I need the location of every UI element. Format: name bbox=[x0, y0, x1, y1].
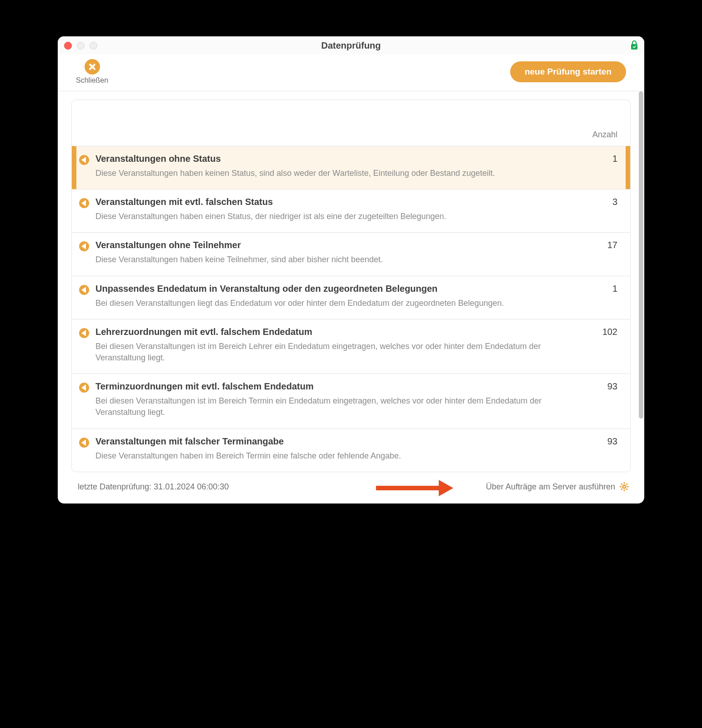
row-title: Veranstaltungen mit evtl. falschen Statu… bbox=[95, 197, 588, 207]
row-count: 102 bbox=[595, 327, 617, 364]
content: Anzahl Veranstaltungen ohne StatusDiese … bbox=[58, 91, 644, 472]
svg-point-1 bbox=[623, 485, 626, 488]
expand-left-icon[interactable] bbox=[79, 198, 89, 208]
svg-rect-7 bbox=[621, 488, 623, 490]
row-description: Diese Veranstaltungen haben einen Status… bbox=[95, 211, 568, 222]
row-body: Unpassendes Endedatum in Veranstaltung o… bbox=[95, 284, 588, 309]
row-body: Veranstaltungen ohne TeilnehmerDiese Ver… bbox=[95, 240, 588, 265]
close-label: Schließen bbox=[76, 76, 108, 85]
start-check-button[interactable]: neue Prüfung starten bbox=[510, 61, 626, 82]
expand-left-icon[interactable] bbox=[79, 438, 89, 448]
svg-rect-2 bbox=[624, 482, 625, 484]
window-minimize-button[interactable] bbox=[77, 42, 85, 50]
row-description: Diese Veranstaltungen haben keine Teilne… bbox=[95, 254, 568, 265]
row-body: Lehrerzuordnungen mit evtl. falschem End… bbox=[95, 327, 588, 364]
app-window: Datenprüfung Schließen neue Prüfung star… bbox=[58, 36, 644, 504]
row-body: Veranstaltungen mit evtl. falschen Statu… bbox=[95, 197, 588, 222]
row-description: Bei diesen Veranstaltungen ist im Bereic… bbox=[95, 395, 568, 418]
row-description: Diese Veranstaltungen haben im Bereich T… bbox=[95, 450, 568, 462]
arrow-annotation bbox=[376, 483, 458, 492]
results-panel: Anzahl Veranstaltungen ohne StatusDiese … bbox=[71, 100, 631, 472]
check-row[interactable]: Veranstaltungen mit falscher Terminangab… bbox=[72, 429, 630, 472]
last-check-label: letzte Datenprüfung: 31.01.2024 06:00:30 bbox=[78, 482, 229, 492]
window-maximize-button[interactable] bbox=[90, 42, 97, 50]
row-title: Terminzuordnungen mit evtl. falschem End… bbox=[95, 381, 588, 392]
row-count: 1 bbox=[595, 284, 617, 309]
toolbar: Schließen neue Prüfung starten bbox=[58, 55, 644, 91]
row-count: 1 bbox=[595, 154, 617, 179]
close-action[interactable]: Schließen bbox=[76, 59, 108, 85]
row-description: Diese Veranstaltungen haben keinen Statu… bbox=[95, 168, 568, 179]
traffic-lights bbox=[64, 42, 97, 50]
row-title: Veranstaltungen ohne Status bbox=[95, 154, 588, 164]
row-description: Bei diesen Veranstaltungen ist im Bereic… bbox=[95, 341, 568, 364]
svg-rect-0 bbox=[631, 44, 637, 50]
window-close-button[interactable] bbox=[64, 42, 72, 50]
row-description: Bei diesen Veranstaltungen liegt das End… bbox=[95, 298, 568, 309]
expand-left-icon[interactable] bbox=[79, 155, 89, 165]
check-row[interactable]: Veranstaltungen ohne StatusDiese Veranst… bbox=[72, 146, 630, 189]
row-title: Lehrerzuordnungen mit evtl. falschem End… bbox=[95, 327, 588, 337]
check-row[interactable]: Lehrerzuordnungen mit evtl. falschem End… bbox=[72, 319, 630, 374]
expand-left-icon[interactable] bbox=[79, 285, 89, 295]
titlebar: Datenprüfung bbox=[58, 36, 644, 55]
expand-left-icon[interactable] bbox=[79, 328, 89, 338]
row-count: 93 bbox=[595, 436, 617, 462]
check-row[interactable]: Veranstaltungen mit evtl. falschen Statu… bbox=[72, 189, 630, 232]
row-count: 93 bbox=[595, 381, 617, 418]
row-count: 17 bbox=[595, 240, 617, 265]
check-row[interactable]: Unpassendes Endedatum in Veranstaltung o… bbox=[72, 276, 630, 319]
server-execute-label: Über Aufträge am Server ausführen bbox=[486, 482, 615, 492]
svg-rect-6 bbox=[626, 483, 628, 485]
footer: letzte Datenprüfung: 31.01.2024 06:00:30… bbox=[58, 472, 644, 504]
svg-rect-4 bbox=[620, 486, 622, 488]
svg-rect-8 bbox=[621, 483, 623, 485]
row-body: Veranstaltungen ohne StatusDiese Veranst… bbox=[95, 154, 588, 179]
expand-left-icon[interactable] bbox=[79, 383, 89, 393]
row-count: 3 bbox=[595, 197, 617, 222]
gear-icon bbox=[620, 482, 629, 491]
server-execute-action[interactable]: Über Aufträge am Server ausführen bbox=[486, 482, 629, 492]
row-title: Veranstaltungen ohne Teilnehmer bbox=[95, 240, 588, 250]
svg-rect-5 bbox=[627, 486, 629, 488]
panel-header: Anzahl bbox=[72, 100, 630, 146]
expand-left-icon[interactable] bbox=[79, 241, 89, 251]
count-column-label: Anzahl bbox=[592, 130, 617, 140]
row-title: Veranstaltungen mit falscher Terminangab… bbox=[95, 436, 588, 447]
row-title: Unpassendes Endedatum in Veranstaltung o… bbox=[95, 284, 588, 294]
check-row[interactable]: Veranstaltungen ohne TeilnehmerDiese Ver… bbox=[72, 232, 630, 275]
window-title: Datenprüfung bbox=[58, 40, 644, 51]
row-body: Terminzuordnungen mit evtl. falschem End… bbox=[95, 381, 588, 418]
lock-icon bbox=[631, 40, 638, 50]
svg-rect-3 bbox=[624, 489, 625, 491]
check-row[interactable]: Terminzuordnungen mit evtl. falschem End… bbox=[72, 374, 630, 428]
row-body: Veranstaltungen mit falscher Terminangab… bbox=[95, 436, 588, 462]
close-icon bbox=[85, 59, 100, 75]
svg-rect-9 bbox=[626, 488, 628, 490]
scrollbar-thumb[interactable] bbox=[639, 91, 643, 419]
